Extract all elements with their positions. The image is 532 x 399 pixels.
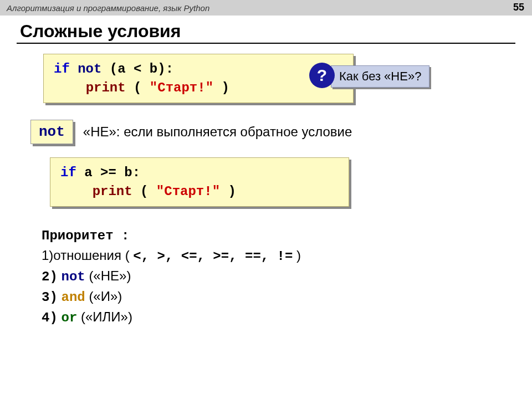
not-badge: not <box>30 120 73 144</box>
code-block-2: if a >= b: print ( "Старт!" ) <box>50 157 349 207</box>
paren-close: ) <box>221 80 229 95</box>
paren-close-2: ) <box>228 184 236 199</box>
question-callout: Как без «НЕ»? <box>331 65 429 88</box>
slide-title: Сложные условия <box>17 21 515 42</box>
slide-content: Сложные условия if not (a < b): print ( … <box>0 16 532 333</box>
p2-kw: not <box>61 269 85 284</box>
priority-line-1: 1)отношения ( <, >, <=, >=, ==, != ) <box>42 246 515 267</box>
code-condition: (a < b): <box>110 62 173 76</box>
question-mark-icon: ? <box>309 63 335 88</box>
paren-open: ( <box>134 80 141 95</box>
p1-suffix: ) <box>296 248 301 263</box>
question-mark: ? <box>317 66 327 85</box>
code-block-1: if not (a < b): print ( "Старт!" ) <box>43 54 354 103</box>
p4-num: 4) <box>42 310 58 325</box>
header-title: Алгоритмизация и программирование, язык … <box>7 3 209 13</box>
p3-desc: («И») <box>89 289 122 304</box>
code-line-1b: if a >= b: <box>60 163 339 182</box>
question-text: Как без «НЕ»? <box>339 69 421 83</box>
not-explanation-row: not «НЕ»: если выполняется обратное усло… <box>30 120 515 144</box>
p3-num: 3) <box>42 290 58 305</box>
title-underline <box>17 43 515 44</box>
keyword-if-2: if <box>60 165 76 180</box>
paren-open-2: ( <box>140 184 148 199</box>
code-condition-2: a >= b: <box>84 165 140 180</box>
p1-ops: <, >, <=, >=, ==, != <box>133 249 293 264</box>
p4-kw: or <box>61 310 77 325</box>
keyword-print: print <box>86 80 126 95</box>
p4-desc: («ИЛИ») <box>81 309 132 324</box>
header-bar: Алгоритмизация и программирование, язык … <box>0 0 532 16</box>
p2-desc: («НЕ») <box>89 268 131 283</box>
priority-line-4: 4) or («ИЛИ») <box>42 308 515 328</box>
string-literal-2: "Старт!" <box>156 184 220 199</box>
priority-line-3: 3) and («И») <box>42 287 515 308</box>
keyword-print-2: print <box>93 184 132 199</box>
code-line-2: print ( "Старт!" ) <box>54 79 343 98</box>
priority-title: Приоритет : <box>42 227 515 246</box>
keyword-if: if <box>54 62 70 76</box>
page-number: 55 <box>513 2 524 13</box>
p1-prefix: 1)отношения ( <box>42 248 130 263</box>
code-line-1: if not (a < b): <box>54 60 343 79</box>
not-description: «НЕ»: если выполняется обратное условие <box>83 124 352 140</box>
priority-line-2: 2) not («НЕ») <box>42 267 515 287</box>
p3-kw: and <box>61 290 85 305</box>
keyword-not: not <box>78 62 101 76</box>
code-line-2b: print ( "Старт!" ) <box>60 182 339 201</box>
string-literal: "Старт!" <box>150 80 213 95</box>
p2-num: 2) <box>42 269 58 284</box>
priority-block: Приоритет : 1)отношения ( <, >, <=, >=, … <box>42 227 515 328</box>
